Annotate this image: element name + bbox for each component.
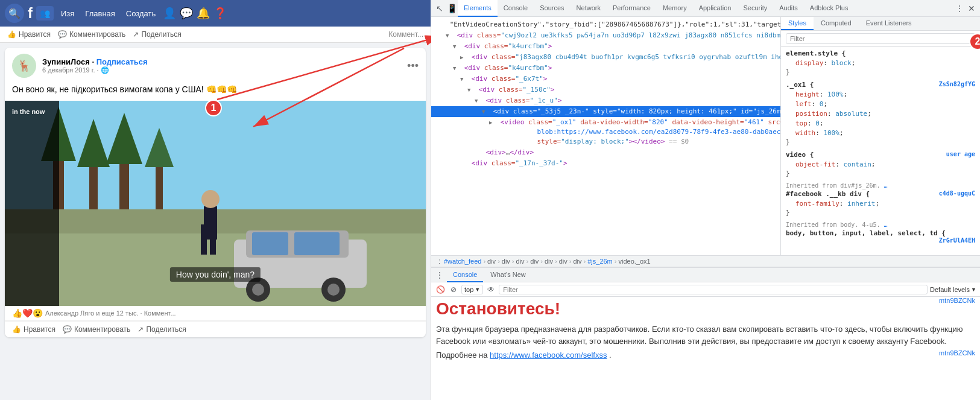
devtools-more-icon[interactable]: ⋮ (953, 2, 966, 14)
tab-application[interactable]: Application (693, 0, 738, 17)
like-action[interactable]: 👍 Нравится (12, 325, 55, 334)
breadcrumb-video-ox1[interactable]: video._ox1 (618, 258, 650, 265)
eye-icon[interactable]: 👁 (485, 284, 496, 295)
like-button[interactable]: 👍 Нравится (7, 30, 51, 39)
comment-button[interactable]: 💬 Комментировать (58, 30, 125, 39)
breadcrumb-div-3[interactable]: div (516, 258, 525, 265)
top-dropdown[interactable]: top ▼ (461, 285, 483, 294)
tab-elements[interactable]: Elements (458, 0, 498, 17)
console-tab-whats-new[interactable]: What's New (484, 268, 531, 282)
html-line-3[interactable]: <div class="j83agx80 cbu4d94t buofh1pr k… (431, 52, 780, 63)
html-line-5[interactable]: <div class="_6x7t"> (431, 74, 780, 84)
triangle-5[interactable] (460, 74, 467, 84)
html-line-7[interactable]: <div class="_1c_u"> (431, 95, 780, 106)
triangle-1[interactable] (446, 31, 453, 40)
clear-console-icon[interactable]: 🚫 (435, 284, 446, 295)
filter-icon[interactable]: ⊘ (448, 284, 459, 295)
post-date: 6 декабря 2019 г. · 🌐 (42, 66, 401, 74)
tab-computed[interactable]: Computed (814, 17, 859, 30)
fb-nav-friends[interactable]: 👤 (163, 7, 176, 20)
subscribe-link[interactable]: Подписаться (96, 57, 148, 66)
html-line-4[interactable]: <div class="k4urcfbm"> (431, 63, 780, 74)
breadcrumb-div-1[interactable]: div (487, 258, 496, 265)
tab-sources[interactable]: Sources (534, 0, 570, 17)
console-dots-btn[interactable]: ⋮ (434, 269, 446, 281)
share-button[interactable]: ↗ Поделиться (133, 30, 181, 39)
post-menu-icon[interactable]: ••• (407, 60, 419, 72)
triangle-9[interactable] (489, 118, 496, 127)
tab-event-listeners[interactable]: Event Listeners (859, 17, 919, 30)
css-prop-height: height: 100%; (786, 90, 975, 100)
styles-panel: Styles Computed Event Listeners element.… (781, 17, 980, 255)
triangle-2[interactable] (453, 42, 460, 51)
triangle-7[interactable] (475, 96, 482, 106)
devtools-cursor-icon[interactable]: ↖ (434, 2, 446, 14)
inherited-label-1: Inherited from div#js_26m. … (786, 182, 975, 189)
html-line-11[interactable]: <div class="_17n-_37d-"> (431, 158, 780, 169)
breadcrumb-js-26m[interactable]: #js_26m (587, 258, 613, 265)
fb-nav-main[interactable]: Главная (81, 7, 118, 21)
html-line-10[interactable]: <div>…</div> (431, 147, 780, 158)
breadcrumb-div-6[interactable]: div (559, 258, 567, 265)
html-line-0[interactable]: "EntVideoCreationStory","story_fbid":["2… (431, 19, 780, 30)
devtools-close-icon[interactable]: ✕ (966, 2, 978, 14)
inherited-label-2: Inherited from body. 4-u5. … (786, 221, 975, 228)
fb-nav-notifications[interactable]: 🔔 (197, 7, 210, 20)
tab-network[interactable]: Network (571, 0, 607, 17)
triangle-4[interactable] (453, 63, 460, 73)
html-line-6[interactable]: <div class="_150c"> (431, 84, 780, 95)
triangle-8[interactable] (482, 107, 489, 116)
tab-console[interactable]: Console (498, 0, 534, 17)
fb-post-meta: ЗупиниЛося · Подписаться 6 декабря 2019 … (42, 57, 401, 74)
css-source-body[interactable]: ZrGrUlA4EH (939, 237, 975, 244)
learn-more-link[interactable]: https://www.facebook.com/selfxss (490, 351, 607, 360)
breadcrumb-div-5[interactable]: div (545, 258, 553, 265)
fb-post-header: 🦌 ЗупиниЛося · Подписаться 6 декабря 201… (5, 48, 426, 84)
html-line-8[interactable]: <div class="_53j5 _23n-" style="width: 8… (431, 106, 780, 117)
html-line-2[interactable]: <div class="k4urcfbm"> (431, 41, 780, 52)
breadcrumb-div-2[interactable]: div (502, 258, 510, 265)
tab-memory[interactable]: Memory (657, 0, 693, 17)
triangle-3[interactable] (460, 52, 467, 62)
video-background: in the now How you doin', man? (5, 101, 426, 306)
breadcrumb-watch-feed[interactable]: #watch_feed (444, 258, 481, 265)
warning-source-1[interactable]: mtn9BZCNk (939, 297, 975, 304)
share-action[interactable]: ↗ Поделиться (138, 325, 186, 334)
triangle-6[interactable] (467, 85, 475, 95)
console-filter-input[interactable] (499, 285, 928, 294)
reaction-icons: 👍❤️😮 (12, 308, 43, 318)
elements-panel[interactable]: "EntVideoCreationStory","story_fbid":["2… (431, 17, 781, 255)
fb-bottom-bar: 👍 Нравится 💬 Комментировать ↗ Поделиться (5, 321, 426, 337)
search-icon[interactable]: 🔍 (5, 4, 24, 23)
console-tab-console[interactable]: Console (447, 268, 483, 282)
html-line-1[interactable]: <div class="cwj9ozl2 ue3kfks5 pw54ja7n u… (431, 30, 780, 41)
dots-btn-left[interactable]: ⋮ (436, 258, 443, 265)
fb-nav-help[interactable]: ❓ (213, 7, 227, 20)
css-prop-width: width: 100%; (786, 129, 975, 138)
css-source-facebook-kb[interactable]: c4d8-ugquC (939, 190, 975, 197)
warning-source-2[interactable]: mtn9BZCNk (939, 349, 975, 357)
tab-adblock[interactable]: Adblock Plus (804, 0, 855, 17)
css-source-video[interactable]: user age (946, 151, 975, 157)
fb-nav-messenger[interactable]: 💬 (180, 7, 193, 20)
tab-styles[interactable]: Styles (781, 17, 814, 30)
tab-security[interactable]: Security (737, 0, 773, 17)
default-levels-dropdown[interactable]: Default levels ▼ (930, 286, 976, 293)
tab-audits[interactable]: Audits (773, 0, 804, 17)
fb-nav-home[interactable]: Изя (57, 7, 78, 21)
css-selector-element: element.style { (786, 49, 975, 57)
styles-filter-input[interactable] (786, 33, 975, 44)
fb-nav-icon-groups[interactable]: 👥 (36, 6, 54, 21)
comment-action[interactable]: 💬 Комментировать (63, 325, 130, 334)
html-line-9[interactable]: <video class="_ox1" data-video-width="82… (431, 117, 780, 147)
warning-body-text: Эта функция браузера предназначена для р… (436, 323, 975, 347)
fb-video-thumb[interactable]: in the now How you doin', man? (5, 101, 426, 306)
css-source-ox1[interactable]: ZsSn82gfYG (939, 81, 975, 87)
fb-nav-create[interactable]: Создать (122, 7, 159, 21)
tab-performance[interactable]: Performance (607, 0, 657, 17)
breadcrumb-div-7[interactable]: div (573, 258, 581, 265)
video-subtitle: How you doin', man? (170, 267, 261, 282)
default-levels-arrow: ▼ (971, 287, 976, 293)
devtools-device-icon[interactable]: 📱 (446, 2, 458, 14)
breadcrumb-div-4[interactable]: div (530, 258, 539, 265)
